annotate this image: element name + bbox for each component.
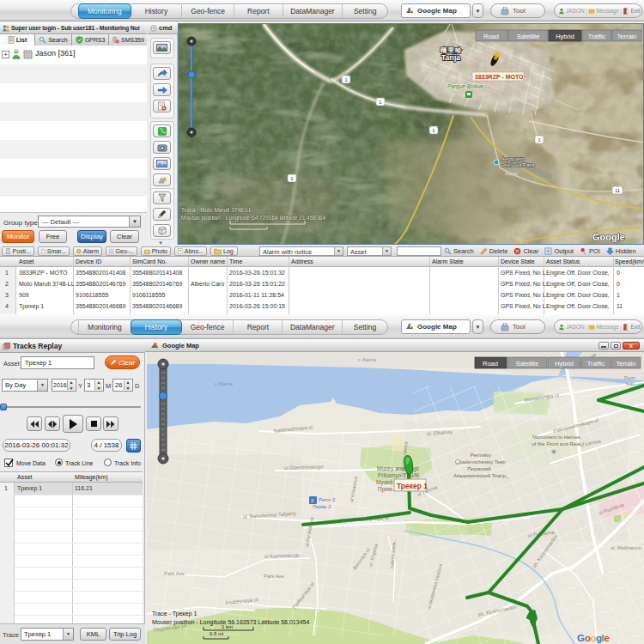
svg-text:Mousar position - Longitude 64: Mousar position - Longitude 64.729164 la… (181, 215, 325, 222)
svg-text:Satellite: Satellite (517, 33, 540, 40)
svg-text:Трекер 1: Трекер 1 (397, 482, 428, 490)
svg-text:Akademicheskiy Teatr: Akademicheskiy Teatr (456, 459, 506, 465)
svg-text:Perm: Perm (624, 375, 636, 380)
svg-text:♬: ♬ (456, 461, 460, 465)
svg-text:r. Kama: r. Kama (215, 381, 233, 386)
svg-text:r. Kama: r. Kama (358, 357, 376, 362)
svg-text:Prikamya, ПАИК: Prikamya, ПАИК (378, 472, 419, 479)
svg-text:Пермский: Пермский (467, 466, 490, 471)
svg-text:Terrain: Terrain (617, 360, 636, 368)
svg-text:Road: Road (483, 360, 498, 368)
svg-text:Traffic: Traffic (588, 33, 606, 40)
svg-text:Trasa - Moto Maruti 3748-LL: Trasa - Moto Maruti 3748-LL (181, 207, 252, 213)
svg-text:Terrain: Terrain (617, 33, 637, 40)
svg-text:11: 11 (615, 188, 621, 193)
svg-text:Hybrid: Hybrid (555, 360, 574, 368)
svg-text:G: G (577, 633, 585, 643)
svg-text:Parque Bolivar: Parque Bolivar (447, 83, 484, 90)
svg-text:of the Front and Rear: of the Front and Rear (532, 441, 580, 447)
svg-text:Perm 2: Perm 2 (319, 497, 336, 502)
svg-text:Aeropuerto: Aeropuerto (501, 156, 525, 161)
svg-text:Hybrid: Hybrid (556, 33, 574, 40)
svg-text:Monument to Heroes: Monument to Heroes (532, 434, 580, 440)
svg-text:ul. Mekhanos: ul. Mekhanos (611, 545, 641, 550)
svg-text:Park Ave: Park Ave (264, 574, 285, 579)
svg-text:Пермь 2: Пермь 2 (313, 504, 331, 509)
svg-text:Satellite: Satellite (516, 360, 539, 368)
svg-text:Permskiy: Permskiy (471, 453, 492, 458)
svg-text:Oriel Cea Plaza: Oriel Cea Plaza (501, 162, 535, 167)
svg-text:Trace - Трекер 1: Trace - Трекер 1 (152, 611, 197, 617)
svg-text:0.5 mi: 0.5 mi (210, 631, 223, 636)
svg-text:e: e (605, 633, 610, 643)
svg-text:teat...: teat... (626, 381, 638, 386)
svg-text:Traffic: Traffic (587, 360, 605, 368)
svg-text:Академический Театр_: Академический Театр_ (453, 473, 509, 478)
svg-text:Park Ave: Park Ave (164, 571, 185, 576)
svg-text:3833RZP - MOTO: 3833RZP - MOTO (475, 74, 524, 80)
svg-text:Road: Road (483, 33, 499, 40)
svg-text:Airport: Airport (505, 171, 518, 176)
svg-text:Google: Google (592, 232, 625, 242)
svg-text:Tarija: Tarija (441, 53, 460, 62)
svg-text:1 km: 1 km (222, 624, 233, 629)
